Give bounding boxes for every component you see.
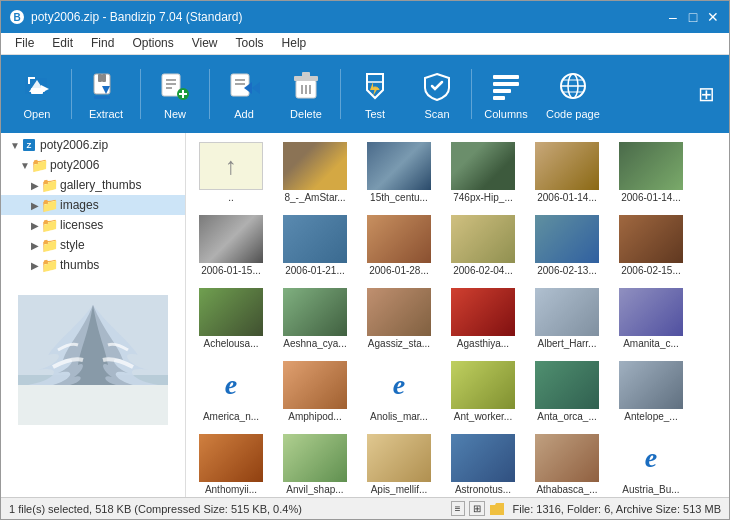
file-item[interactable]: Albert_Harr...	[526, 283, 608, 354]
file-item[interactable]: Apis_mellif...	[358, 429, 440, 497]
delete-label: Delete	[290, 108, 322, 120]
view-list-icon[interactable]: ≡	[451, 501, 465, 516]
file-thumbnail	[619, 142, 683, 190]
tree-item-thumbs[interactable]: ▶ 📁 thumbs	[1, 255, 185, 275]
file-item[interactable]: Achelousa...	[190, 283, 272, 354]
toolbar: Open Extract	[1, 55, 729, 133]
columns-button[interactable]: Columns	[476, 60, 536, 128]
file-item[interactable]: 2006-01-28...	[358, 210, 440, 281]
svg-text:B: B	[13, 12, 20, 23]
expand-thumbs[interactable]: ▶	[29, 259, 41, 271]
expand-gallery[interactable]: ▶	[29, 179, 41, 191]
file-name: Anvil_shap...	[275, 484, 355, 495]
file-thumbnail: e	[619, 434, 683, 482]
menu-file[interactable]: File	[7, 35, 42, 52]
extract-label: Extract	[89, 108, 123, 120]
scan-button[interactable]: Scan	[407, 60, 467, 128]
file-item[interactable]: Amphipod...	[274, 356, 356, 427]
file-thumbnail	[535, 434, 599, 482]
tree-label-style: style	[60, 238, 85, 252]
separator-4	[340, 69, 341, 119]
file-item[interactable]: Amanita_c...	[610, 283, 692, 354]
columns-label: Columns	[484, 108, 527, 120]
codepage-button[interactable]: Code page	[538, 60, 608, 128]
open-icon	[19, 68, 55, 104]
tree-item-root[interactable]: ▼ Z poty2006.zip	[1, 135, 185, 155]
minimize-button[interactable]: –	[665, 9, 681, 25]
file-thumbnail	[619, 361, 683, 409]
menu-tools[interactable]: Tools	[228, 35, 272, 52]
view-grid-icon[interactable]: ⊞	[469, 501, 485, 516]
expand-poty2006[interactable]: ▼	[19, 159, 31, 171]
file-item[interactable]: Anvil_shap...	[274, 429, 356, 497]
file-item[interactable]: Agasthiya...	[442, 283, 524, 354]
tree-item-gallery[interactable]: ▶ 📁 gallery_thumbs	[1, 175, 185, 195]
menu-edit[interactable]: Edit	[44, 35, 81, 52]
new-button[interactable]: New	[145, 60, 205, 128]
file-thumbnail	[283, 361, 347, 409]
add-button[interactable]: Add	[214, 60, 274, 128]
expand-images[interactable]: ▶	[29, 199, 41, 211]
menu-view[interactable]: View	[184, 35, 226, 52]
add-icon	[226, 68, 262, 104]
expand-root[interactable]: ▼	[9, 139, 21, 151]
file-item[interactable]: ↑..	[190, 137, 272, 208]
maximize-button[interactable]: □	[685, 9, 701, 25]
folder-thumbs-icon: 📁	[41, 257, 57, 273]
file-item[interactable]: Anta_orca_...	[526, 356, 608, 427]
tree-item-style[interactable]: ▶ 📁 style	[1, 235, 185, 255]
file-item[interactable]: 2006-01-14...	[610, 137, 692, 208]
menu-options[interactable]: Options	[124, 35, 181, 52]
tree-label-root: poty2006.zip	[40, 138, 108, 152]
file-name: Agassiz_sta...	[359, 338, 439, 349]
svg-rect-10	[94, 96, 110, 99]
extract-button[interactable]: Extract	[76, 60, 136, 128]
file-item[interactable]: 15th_centu...	[358, 137, 440, 208]
menu-find[interactable]: Find	[83, 35, 122, 52]
delete-button[interactable]: Delete	[276, 60, 336, 128]
menu-help[interactable]: Help	[274, 35, 315, 52]
file-item[interactable]: Agassiz_sta...	[358, 283, 440, 354]
tree-item-poty2006[interactable]: ▼ 📁 poty2006	[1, 155, 185, 175]
file-name: Athabasca_...	[527, 484, 607, 495]
file-name: Aeshna_cya...	[275, 338, 355, 349]
file-item[interactable]: Ant_worker...	[442, 356, 524, 427]
file-item[interactable]: 2006-01-14...	[526, 137, 608, 208]
file-name: 15th_centu...	[359, 192, 439, 203]
folder-icon: 📁	[31, 157, 47, 173]
tree-item-images[interactable]: ▶ 📁 images	[1, 195, 185, 215]
file-item[interactable]: 8_-_AmStar...	[274, 137, 356, 208]
test-button[interactable]: Test	[345, 60, 405, 128]
file-item[interactable]: eAustria_Bu...	[610, 429, 692, 497]
file-item[interactable]: 2006-01-15...	[190, 210, 272, 281]
file-name: 2006-02-13...	[527, 265, 607, 276]
file-item[interactable]: 2006-02-15...	[610, 210, 692, 281]
file-thumbnail	[199, 215, 263, 263]
new-label: New	[164, 108, 186, 120]
folder-status-icon	[489, 502, 505, 516]
close-button[interactable]: ✕	[705, 9, 721, 25]
file-thumbnail	[283, 142, 347, 190]
status-left: 1 file(s) selected, 518 KB (Compressed S…	[9, 503, 302, 515]
file-item[interactable]: Aeshna_cya...	[274, 283, 356, 354]
tree-label-images: images	[60, 198, 99, 212]
expand-licenses[interactable]: ▶	[29, 219, 41, 231]
file-name: 2006-01-14...	[611, 192, 691, 203]
file-item[interactable]: Athabasca_...	[526, 429, 608, 497]
file-item[interactable]: 2006-01-21...	[274, 210, 356, 281]
tree-item-licenses[interactable]: ▶ 📁 licenses	[1, 215, 185, 235]
svg-rect-34	[493, 96, 505, 100]
open-button[interactable]: Open	[7, 60, 67, 128]
file-item[interactable]: 2006-02-13...	[526, 210, 608, 281]
file-item[interactable]: Astronotus...	[442, 429, 524, 497]
file-item[interactable]: Anthomyii...	[190, 429, 272, 497]
file-name: ..	[191, 192, 271, 203]
file-item[interactable]: eAmerica_n...	[190, 356, 272, 427]
file-item[interactable]: eAnolis_mar...	[358, 356, 440, 427]
view-toggle-button[interactable]: ⊞	[690, 78, 723, 110]
file-item[interactable]: Antelope_...	[610, 356, 692, 427]
file-item[interactable]: 746px-Hip_...	[442, 137, 524, 208]
file-item[interactable]: 2006-02-04...	[442, 210, 524, 281]
file-thumbnail	[451, 434, 515, 482]
expand-style[interactable]: ▶	[29, 239, 41, 251]
